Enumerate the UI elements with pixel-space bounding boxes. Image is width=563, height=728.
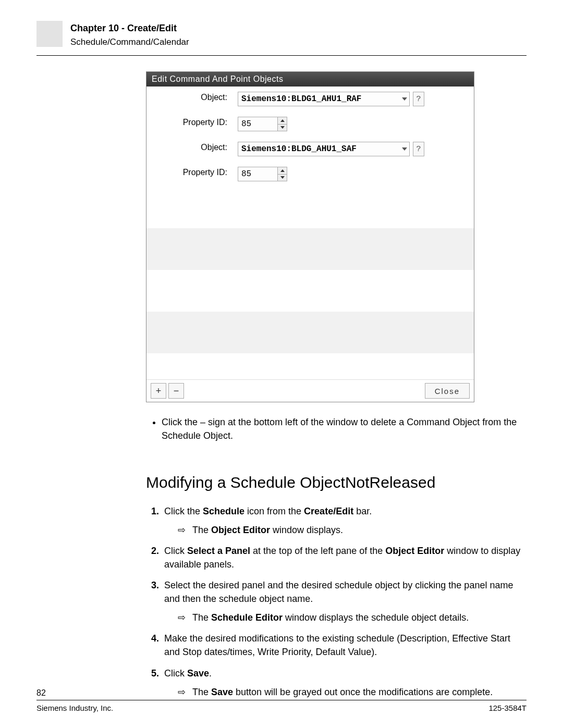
triangle-up-icon: [280, 119, 285, 122]
section-title: Schedule/Command/Calendar: [70, 37, 527, 47]
form-grid: Object: Siemens10:BLDG1_AHU1_RAF ? Prope…: [146, 87, 474, 379]
spinner-down-button[interactable]: [277, 175, 287, 181]
close-button[interactable]: Close: [425, 383, 470, 399]
remove-button[interactable]: −: [168, 383, 184, 399]
triangle-down-icon: [280, 126, 285, 129]
property-id-value-1: 85: [238, 119, 251, 129]
step-3-result: The Schedule Editor window displays the …: [192, 611, 469, 624]
page-footer: 82 Siemens Industry, Inc. 125-3584T: [36, 688, 527, 712]
property-id-label: Property ID:: [146, 112, 232, 137]
object-combo-1[interactable]: Siemens10:BLDG1_AHU1_RAF: [238, 92, 410, 106]
step-2: Click Select a Panel at the top of the l…: [162, 544, 521, 571]
steps-list: Click the Schedule icon from the Create/…: [146, 504, 521, 699]
footer-docid: 125-3584T: [488, 704, 527, 712]
window-footer: + − Close: [146, 379, 474, 402]
result-arrow-icon: ⇨: [178, 611, 192, 624]
property-id-label-2: Property ID:: [146, 162, 232, 187]
bullet-text: Click the – sign at the bottom left of t…: [162, 415, 521, 442]
blank-row: [146, 228, 474, 270]
object-combo-2-value: Siemens10:BLDG_AHU1_SAF: [241, 144, 357, 154]
help-button[interactable]: ?: [413, 142, 424, 156]
step-3: Select the desired panel and the desired…: [162, 578, 521, 624]
logo-placeholder: [36, 21, 63, 47]
footer-rule: [36, 700, 527, 700]
help-button[interactable]: ?: [413, 92, 424, 106]
blank-row: [146, 270, 474, 312]
result-arrow-icon: ⇨: [178, 523, 192, 537]
spinner-up-button[interactable]: [277, 117, 287, 125]
chevron-down-icon: [402, 97, 407, 101]
spinner-down-button[interactable]: [277, 125, 287, 131]
triangle-down-icon: [280, 176, 285, 179]
chapter-title: Chapter 10 - Create/Edit: [70, 23, 527, 34]
property-id-value-2: 85: [238, 169, 251, 179]
footer-company: Siemens Industry, Inc.: [36, 704, 113, 712]
step-4: Make the desired modifications to the ex…: [162, 632, 521, 659]
object-label-2: Object:: [146, 137, 232, 162]
blank-row: [146, 312, 474, 353]
edit-command-window: Edit Command And Point Objects Object: S…: [146, 71, 474, 402]
triangle-up-icon: [280, 169, 285, 172]
object-label: Object:: [146, 87, 232, 112]
add-button[interactable]: +: [151, 383, 166, 399]
object-combo-2[interactable]: Siemens10:BLDG_AHU1_SAF: [238, 142, 410, 156]
blank-row: [146, 353, 474, 379]
property-id-spinner-2[interactable]: 85: [238, 167, 287, 181]
object-combo-1-value: Siemens10:BLDG1_AHU1_RAF: [241, 94, 361, 104]
step-1: Click the Schedule icon from the Create/…: [162, 504, 521, 537]
step-1-result: The Object Editor window displays.: [192, 523, 343, 537]
header-rule: [36, 55, 527, 56]
spinner-up-button[interactable]: [277, 167, 287, 175]
blank-row: [146, 187, 474, 228]
chevron-down-icon: [402, 147, 407, 151]
section-heading: Modifying a Schedule ObjectNotReleased: [146, 471, 521, 494]
page-header: Chapter 10 - Create/Edit Schedule/Comman…: [36, 21, 527, 47]
window-title: Edit Command And Point Objects: [146, 72, 474, 87]
property-id-spinner-1[interactable]: 85: [238, 117, 287, 131]
page-number: 82: [36, 688, 527, 698]
